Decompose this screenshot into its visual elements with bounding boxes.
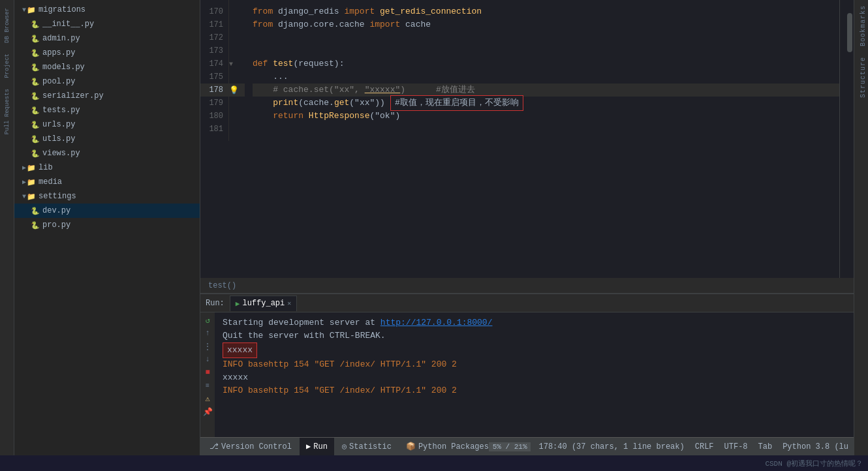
breadcrumb-text: test() bbox=[208, 281, 236, 290]
output-line-6: INFO basehttp 154 "GET /index/ HTTP/1.1"… bbox=[223, 384, 846, 397]
editor-area: 170 171 172 173 174 175 178 179 180 181 bbox=[200, 0, 854, 455]
py-file-icon: 🐍 bbox=[30, 76, 40, 87]
run-pin-icon[interactable]: 📌 bbox=[202, 406, 213, 417]
chart-icon: ◎ bbox=[342, 442, 347, 451]
bulb-icon-178[interactable]: 💡 bbox=[229, 85, 239, 95]
tree-item-init[interactable]: 🐍 __init__.py bbox=[14, 17, 200, 31]
run-tabs: Run: ▶ luffy_api ✕ bbox=[200, 294, 854, 312]
line-num-180: 180 bbox=[200, 110, 228, 123]
status-bar: ⎇ Version Control ▶ Run ◎ Statistic 📦 Py… bbox=[200, 437, 854, 455]
output-xxxxx-badge: xxxxx bbox=[223, 342, 257, 358]
status-percent: 5% / 21% bbox=[489, 442, 531, 451]
status-right: 5% / 21% 178:40 (37 chars, 1 line break)… bbox=[489, 442, 851, 451]
run-up-icon[interactable]: ↑ bbox=[202, 328, 213, 339]
tree-item-devpy[interactable]: 🐍 dev.py bbox=[14, 204, 200, 218]
main-container: DB Browser Project Pull Requests ▼ 📁 mig… bbox=[0, 0, 868, 455]
tree-item-propyy[interactable]: 🐍 pro.py bbox=[14, 218, 200, 232]
line-num-171: 171 bbox=[200, 18, 228, 31]
tree-item-migrations[interactable]: ▼ 📁 migrations bbox=[14, 3, 200, 17]
output-line-1: Starting development server at http://12… bbox=[223, 316, 846, 329]
tree-item-admin[interactable]: 🐍 admin.py bbox=[14, 31, 200, 46]
code-line-181 bbox=[253, 123, 839, 136]
status-tab-run[interactable]: ▶ Run bbox=[300, 438, 334, 456]
line-num-174: 174 bbox=[200, 57, 228, 70]
line-num-172: 172 bbox=[200, 31, 228, 44]
py-file-icon: 🐍 bbox=[30, 33, 40, 44]
status-position[interactable]: 178:40 (37 chars, 1 line break) bbox=[536, 442, 687, 451]
status-line-ending[interactable]: CRLF bbox=[692, 442, 717, 451]
folder-icon: 📁 bbox=[26, 5, 37, 15]
tree-item-models[interactable]: 🐍 models.py bbox=[14, 60, 200, 74]
py-file-icon: 🐍 bbox=[30, 220, 40, 230]
tree-item-views[interactable]: 🐍 views.py bbox=[14, 146, 200, 160]
run-tab-luffy-api[interactable]: ▶ luffy_api ✕ bbox=[230, 296, 297, 311]
line-num-181: 181 bbox=[200, 123, 228, 136]
tree-item-pool[interactable]: 🐍 pool.py bbox=[14, 74, 200, 89]
code-line-178: # cache.set("xx", "xxxxx") #放值进去 bbox=[253, 84, 839, 97]
tree-item-utls[interactable]: 🐍 utls.py bbox=[14, 132, 200, 146]
branch-icon: ⎇ bbox=[209, 442, 219, 451]
tree-item-tests[interactable]: 🐍 tests.py bbox=[14, 103, 200, 117]
bookmarks-label[interactable]: Bookmarks bbox=[854, 0, 868, 52]
run-warning-icon[interactable]: ⚠ bbox=[202, 393, 213, 404]
line-num-175: 175 bbox=[200, 70, 228, 84]
line-num-178: 178 bbox=[200, 84, 228, 97]
run-down-icon[interactable]: ↓ bbox=[202, 354, 213, 365]
status-tab-version-control[interactable]: ⎇ Version Control bbox=[203, 438, 298, 456]
status-indent[interactable]: Tab bbox=[756, 442, 775, 451]
folder-icon: 📁 bbox=[26, 191, 37, 202]
run-panel-body: ↺ ↑ ⋮ ↓ ■ ≡ ⚠ 📌 Starting development ser… bbox=[200, 312, 854, 437]
server-url-link[interactable]: http://127.0.0.1:8000/ bbox=[380, 316, 493, 329]
run-side-icons: ↺ ↑ ⋮ ↓ ■ ≡ ⚠ 📌 bbox=[200, 312, 215, 437]
db-browser-label[interactable]: DB Browser bbox=[3, 5, 11, 46]
status-encoding[interactable]: UTF-8 bbox=[722, 442, 751, 451]
editor-content: 170 171 172 173 174 175 178 179 180 181 bbox=[200, 0, 854, 278]
editor-scrollbar[interactable] bbox=[840, 0, 854, 278]
run-tab-close[interactable]: ✕ bbox=[287, 299, 291, 307]
folder-icon: 📁 bbox=[26, 162, 37, 173]
py-file-icon: 🐍 bbox=[30, 105, 40, 115]
run-tab-name: luffy_api bbox=[242, 299, 285, 308]
line-num-179: 179 bbox=[200, 97, 228, 110]
structure-label[interactable]: Structure bbox=[854, 52, 868, 103]
py-file-icon: 🐍 bbox=[30, 205, 40, 216]
run-restart-icon[interactable]: ↺ bbox=[202, 315, 213, 326]
output-line-4: INFO basehttp 154 "GET /index/ HTTP/1.1"… bbox=[223, 358, 846, 371]
tree-item-urls[interactable]: 🐍 urls.py bbox=[14, 117, 200, 132]
scrollbar-thumb[interactable] bbox=[847, 13, 852, 52]
tree-item-apps[interactable]: 🐍 apps.py bbox=[14, 46, 200, 60]
status-tab-python-packages[interactable]: 📦 Python Packages bbox=[399, 438, 489, 456]
code-line-180: return HttpResponse("ok") bbox=[253, 110, 839, 123]
code-line-179: print(cache.get("xx")) #取值，现在重启项目，不受影响 bbox=[253, 97, 839, 110]
code-line-173 bbox=[253, 44, 839, 57]
project-label[interactable]: Project bbox=[3, 51, 11, 81]
py-file-icon: 🐍 bbox=[30, 119, 40, 130]
py-file-icon: 🐍 bbox=[30, 19, 40, 29]
run-format-icon[interactable]: ≡ bbox=[202, 380, 213, 391]
tree-item-lib[interactable]: ▶ 📁 lib bbox=[14, 160, 200, 175]
line-num-173: 173 bbox=[200, 44, 228, 57]
run-stop-icon[interactable]: ■ bbox=[202, 367, 213, 378]
file-tree: ▼ 📁 migrations 🐍 __init__.py 🐍 admin.py … bbox=[14, 0, 200, 455]
code-line-174: def test(request): bbox=[253, 57, 839, 70]
status-tab-statistic[interactable]: ◎ Statistic bbox=[335, 438, 398, 456]
breadcrumb-bar: test() bbox=[200, 278, 854, 294]
code-editor[interactable]: from django_redis import get_redis_conne… bbox=[245, 0, 839, 278]
bottom-panel: Run: ▶ luffy_api ✕ ↺ ↑ ⋮ ↓ ■ ≡ ⚠ 📌 bbox=[200, 294, 854, 437]
tree-item-settings[interactable]: ▼ 📁 settings bbox=[14, 189, 200, 204]
run-more-icon[interactable]: ⋮ bbox=[202, 341, 213, 352]
line-numbers: 170 171 172 173 174 175 178 179 180 181 bbox=[200, 0, 229, 141]
status-language[interactable]: Python 3.8 (lu bbox=[780, 442, 851, 451]
run-play-icon: ▶ bbox=[236, 299, 240, 308]
folder-icon: 📁 bbox=[26, 177, 37, 187]
py-file-icon: 🐍 bbox=[30, 62, 40, 72]
pull-requests-label[interactable]: Pull Requests bbox=[3, 86, 11, 137]
py-file-icon: 🐍 bbox=[30, 48, 40, 58]
output-line-2: Quit the server with CTRL-BREAK. bbox=[223, 329, 846, 342]
right-scroll-panel bbox=[839, 0, 854, 278]
tree-item-media[interactable]: ▶ 📁 media bbox=[14, 175, 200, 189]
run-output: Starting development server at http://12… bbox=[215, 312, 854, 437]
tree-item-serializer[interactable]: 🐍 serializer.py bbox=[14, 89, 200, 103]
run-label: Run: bbox=[206, 299, 225, 308]
fold-indicator-174[interactable]: ▼ bbox=[229, 61, 233, 68]
